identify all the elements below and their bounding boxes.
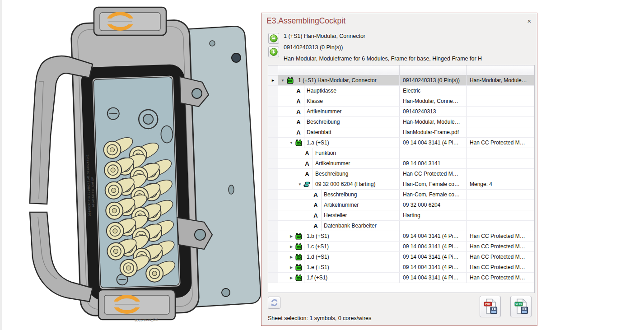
row-value: 09 14 004 3141 (4 Pi… <box>403 139 458 146</box>
row-info: Han-Modular, Module… <box>470 77 527 84</box>
expander-icon[interactable]: ▼ <box>288 141 294 145</box>
connector-icon <box>286 77 294 84</box>
xlsx-file-icon: XLSX <box>514 298 528 315</box>
current-row-indicator: ► <box>271 78 275 83</box>
table-row[interactable]: ▼ 1.a (+S1) 09 14 004 3141 (4 Pi… Han CC… <box>268 138 534 148</box>
attribute-icon: A <box>294 98 303 105</box>
row-gutter <box>268 138 278 148</box>
jump-to-sheet-button[interactable] <box>268 46 279 57</box>
row-label: Funktion <box>313 148 338 158</box>
table-row[interactable]: A Datenblatt HanModular-Frame.pdf <box>268 127 534 138</box>
row-gutter: ► <box>268 75 278 85</box>
row-value: 09140240313 <box>403 108 436 115</box>
expander-icon[interactable]: ▶ <box>288 255 294 259</box>
table-row[interactable]: A Artikelnummer 09 32 000 6204 <box>268 200 534 210</box>
row-info: Han CC Protected M… <box>470 274 525 281</box>
jump-to-symbol-button[interactable] <box>268 33 279 44</box>
expander-icon[interactable]: ▶ <box>288 265 294 270</box>
status-text: Sheet selection: 1 symbols, 0 cores/wire… <box>268 315 371 321</box>
row-value: Harting <box>403 212 420 218</box>
row-value: 09 14 004 3141 (4 Pi… <box>403 274 458 281</box>
attribute-icon: A <box>312 202 320 209</box>
connector-icon <box>294 233 303 240</box>
attribute-icon: A <box>294 88 303 94</box>
table-row[interactable]: ▶ 1.f (+S1) 09 14 004 3141 (4 Pi… Han CC… <box>268 273 534 283</box>
row-label: Beschreibung <box>304 117 342 127</box>
attribute-icon: A <box>303 171 311 177</box>
connector-3d-svg: 09140240313 09140243141 09140243141 0914… <box>0 0 261 330</box>
expander-icon[interactable]: ▶ <box>288 234 294 238</box>
selected-component-description: Han-Modular, Moduleframe for 6 Modules, … <box>284 53 531 65</box>
row-info: Menge: 4 <box>470 181 492 187</box>
row-gutter <box>268 262 278 272</box>
close-icon[interactable]: × <box>526 18 533 24</box>
bottom-clamp <box>98 290 175 320</box>
attribute-icon: A <box>312 191 320 198</box>
export-pdf-button[interactable]: PDF <box>480 296 501 317</box>
selection-summary: 1 (+S1) Han-Modular, Connector 091402403… <box>261 29 537 65</box>
selected-article-number: 09140240313 (0 Pin(s)) <box>284 42 531 53</box>
top-clamp <box>94 7 166 35</box>
row-label: 1.e (+S1) <box>304 262 331 272</box>
row-value: 09 32 000 6204 <box>403 202 440 208</box>
column-header <box>467 65 534 75</box>
attribute-icon: A <box>303 160 311 167</box>
connector-icon <box>294 274 303 281</box>
sync-icon <box>270 298 279 307</box>
row-value: Han-Modular, Conne… <box>403 98 458 104</box>
row-label: Datenbank Bearbeiter <box>321 221 379 231</box>
row-gutter <box>268 169 278 179</box>
table-row[interactable]: ▶ 1.d (+S1) 09 14 004 3141 (4 Pi… Han CC… <box>268 252 534 262</box>
table-row[interactable]: A Hersteller Harting <box>268 210 534 221</box>
row-value: 09 14 004 3141 (4 Pi… <box>403 243 458 250</box>
row-label: Beschreibung <box>321 190 359 200</box>
row-value: 09 14 004 3141 (4 Pi… <box>403 254 458 260</box>
row-label: Klasse <box>304 96 325 106</box>
table-row[interactable]: A Funktion <box>268 148 534 158</box>
row-gutter <box>268 86 278 96</box>
pdf-file-icon: PDF <box>483 298 498 315</box>
row-label: 1.d (+S1) <box>304 252 331 262</box>
row-label: Artikelnummer <box>321 200 361 210</box>
selected-component-name: 1 (+S1) Han-Modular, Connector <box>284 31 531 42</box>
table-row[interactable]: A Beschreibung Han-Com, Female co… <box>268 190 534 200</box>
row-label: 1.b (+S1) <box>304 231 331 241</box>
export-xlsx-button[interactable]: XLSX <box>510 296 532 317</box>
column-header <box>278 65 400 75</box>
table-row[interactable]: ▶ 1.b (+S1) 09 14 004 3141 (4 Pi… Han CC… <box>268 231 534 242</box>
row-gutter <box>268 107 278 116</box>
attribute-icon: A <box>294 119 303 125</box>
row-info: Han CC Protected M… <box>470 264 525 270</box>
table-row[interactable]: ▶ 1.c (+S1) 09 14 004 3141 (4 Pi… Han CC… <box>268 242 534 252</box>
table-row[interactable]: ▼ 09 32 000 6204 (Harting) Han-Com, Fema… <box>268 179 534 190</box>
table-row[interactable]: A Beschreibung Han CC Protected M… <box>268 169 534 179</box>
model-caption: 9DC3/15.01_Del <box>135 318 158 322</box>
row-label: 1.a (+S1) <box>304 138 331 148</box>
expander-icon[interactable]: ▼ <box>280 79 286 83</box>
refresh-button[interactable] <box>268 297 280 309</box>
table-row[interactable]: A Artikelnummer 09140240313 <box>268 107 534 117</box>
connector-3d-render: 09140240313 09140243141 09140243141 0914… <box>0 0 261 330</box>
expander-icon[interactable]: ▶ <box>288 245 294 249</box>
table-row[interactable]: A Hauptklasse Electric <box>268 86 534 96</box>
connector-icon <box>294 254 303 260</box>
table-row[interactable]: A Klasse Han-Modular, Conne… <box>268 96 534 107</box>
table-row[interactable]: A Artikelnummer 09 14 004 3141 <box>268 158 534 169</box>
table-row[interactable]: ▶ 1.e (+S1) 09 14 004 3141 (4 Pi… Han CC… <box>268 262 534 273</box>
row-value: Han-Modular, Module… <box>403 119 460 125</box>
expander-icon[interactable]: ▼ <box>297 182 303 186</box>
connector-icon <box>294 264 303 271</box>
row-gutter <box>268 96 278 106</box>
row-gutter <box>268 179 278 189</box>
row-value: Electric <box>403 88 420 94</box>
table-row[interactable]: A Datenbank Bearbeiter <box>268 221 534 231</box>
properties-tree-table: ► ▼ 1 (+S1) Han-Modular, Connector 09140… <box>268 65 535 293</box>
row-label: 1.f (+S1) <box>304 273 330 283</box>
svg-text:PDF: PDF <box>485 302 491 306</box>
expander-icon[interactable]: ▶ <box>288 276 294 280</box>
column-header <box>400 65 467 75</box>
row-gutter <box>268 148 278 158</box>
table-row[interactable]: ► ▼ 1 (+S1) Han-Modular, Connector 09140… <box>268 75 534 86</box>
table-row[interactable]: A Beschreibung Han-Modular, Module… <box>268 117 534 127</box>
row-gutter <box>268 158 278 168</box>
